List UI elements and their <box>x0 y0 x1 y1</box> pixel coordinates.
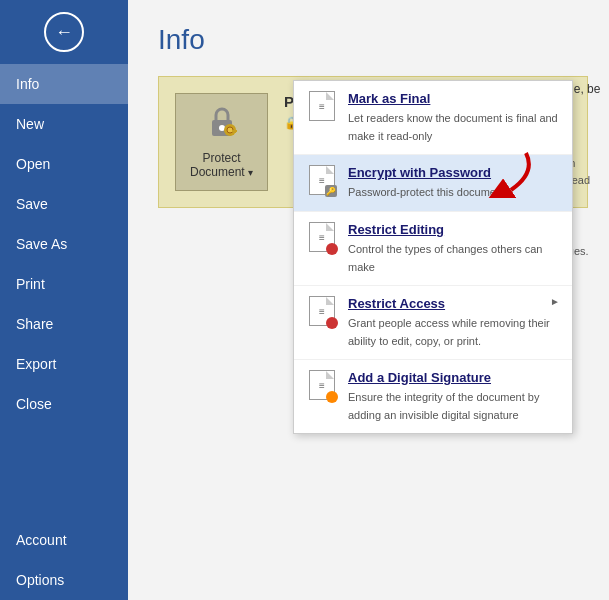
main-content: Info ProtectDocument ▾ Protect Document <box>128 0 609 600</box>
back-button[interactable]: ← <box>0 0 128 64</box>
protect-document-icon <box>204 104 240 147</box>
page-title: Info <box>158 24 588 56</box>
digital-signature-text: Add a Digital Signature Ensure the integ… <box>348 370 560 423</box>
sidebar-item-account[interactable]: Account <box>0 520 128 560</box>
sidebar-item-save[interactable]: Save <box>0 184 128 224</box>
restrict-editing-text: Restrict Editing Control the types of ch… <box>348 222 560 275</box>
restrict-editing-icon: ≡ <box>306 222 338 258</box>
sidebar-nav: Info New Open Save Save As Print Share E… <box>0 64 128 600</box>
sidebar-item-open[interactable]: Open <box>0 144 128 184</box>
dropdown-item-mark-as-final[interactable]: ≡ Mark as Final Let readers know the doc… <box>294 81 572 155</box>
restrict-access-icon: ≡ <box>306 296 338 332</box>
svg-rect-5 <box>234 130 236 133</box>
dropdown-item-restrict-editing[interactable]: ≡ Restrict Editing Control the types of … <box>294 212 572 286</box>
sidebar-item-save-as[interactable]: Save As <box>0 224 128 264</box>
restrict-access-arrow: ► <box>550 296 560 307</box>
encrypt-password-icon: ≡ 🔑 <box>306 165 338 201</box>
sidebar-item-new[interactable]: New <box>0 104 128 144</box>
mark-as-final-text: Mark as Final Let readers know the docum… <box>348 91 560 144</box>
digital-signature-icon: ≡ <box>306 370 338 406</box>
sidebar: ← Info New Open Save Save As Print Share… <box>0 0 128 600</box>
red-arrow-indicator <box>456 148 536 202</box>
sidebar-item-close[interactable]: Close <box>0 384 128 424</box>
restrict-access-text: Restrict Access Grant people access whil… <box>348 296 550 349</box>
protect-dropdown-menu: ≡ Mark as Final Let readers know the doc… <box>293 80 573 434</box>
sidebar-item-export[interactable]: Export <box>0 344 128 384</box>
sidebar-bottom: Account Options <box>0 520 128 600</box>
sidebar-item-print[interactable]: Print <box>0 264 128 304</box>
sidebar-item-options[interactable]: Options <box>0 560 128 600</box>
protect-document-button[interactable]: ProtectDocument ▾ <box>175 93 268 191</box>
mark-as-final-icon: ≡ <box>306 91 338 127</box>
sidebar-item-share[interactable]: Share <box>0 304 128 344</box>
dropdown-item-restrict-access[interactable]: ≡ Restrict Access Grant people access wh… <box>294 286 572 360</box>
dropdown-item-digital-signature[interactable]: ≡ Add a Digital Signature Ensure the int… <box>294 360 572 433</box>
sidebar-item-info[interactable]: Info <box>0 64 128 104</box>
protect-document-label: ProtectDocument ▾ <box>190 151 253 180</box>
back-circle-icon: ← <box>44 12 84 52</box>
